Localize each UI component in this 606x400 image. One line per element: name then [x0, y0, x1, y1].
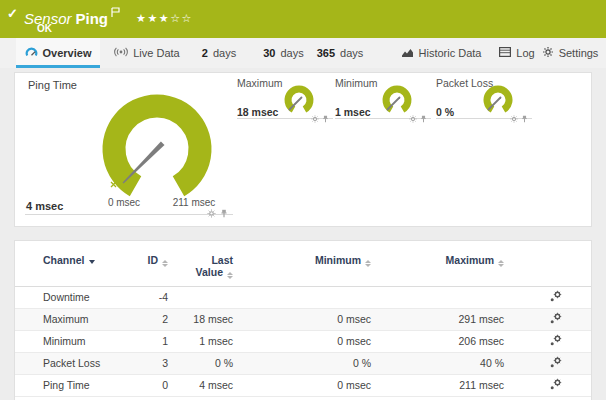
flag-icon[interactable] — [111, 4, 120, 21]
mini-gauge-maximum: Maximum 18 msec — [237, 77, 333, 119]
col-header-id[interactable]: ID — [130, 241, 168, 286]
channel-minimum: 0 msec — [233, 308, 371, 330]
channel-name[interactable]: Packet Loss — [15, 352, 130, 374]
gear-icon — [542, 46, 554, 60]
table-row: Downtime -4 — [15, 286, 591, 308]
log-list-icon — [499, 47, 511, 59]
gauge-icon — [25, 46, 38, 60]
main-gauge-title: Ping Time — [28, 79, 77, 91]
sensor-name: Ping — [76, 10, 109, 27]
tab-bar: Overview Live Data 2 days 30 days 365 da… — [0, 38, 606, 68]
channel-id: -4 — [130, 286, 168, 308]
channel-maximum: 211 msec — [371, 374, 504, 396]
channels-table: Channel ID LastValue Minimum Maximum Dow… — [15, 241, 591, 397]
channel-settings-icon[interactable] — [549, 381, 562, 393]
channel-minimum — [233, 286, 371, 308]
col-header-minimum[interactable]: Minimum — [233, 241, 371, 286]
tab-2-days[interactable]: 2 days — [194, 38, 244, 68]
channel-settings-icon[interactable] — [549, 293, 562, 305]
channel-name[interactable]: Downtime — [15, 286, 130, 308]
channel-maximum: 291 msec — [371, 308, 504, 330]
table-row: Ping Time 0 4 msec 0 msec 211 msec — [15, 374, 591, 396]
table-row: Minimum 1 1 msec 0 msec 206 msec — [15, 330, 591, 352]
sort-icon — [365, 260, 371, 267]
channel-maximum: 206 msec — [371, 330, 504, 352]
channel-id: 0 — [130, 374, 168, 396]
pin-icon[interactable] — [521, 109, 528, 127]
sort-desc-icon — [89, 260, 95, 264]
channel-last-value: 1 msec — [168, 330, 233, 352]
mini-gauge-label: Maximum — [237, 77, 283, 89]
channel-id: 3 — [130, 352, 168, 374]
sensor-status-badge: OK — [37, 23, 52, 34]
pin-icon[interactable] — [420, 109, 427, 127]
sort-icon — [498, 260, 504, 267]
channel-settings-icon[interactable] — [549, 315, 562, 327]
tab-30-days[interactable]: 30 days — [256, 38, 311, 68]
gauge-divider — [25, 214, 233, 215]
channel-name[interactable]: Minimum — [15, 330, 130, 352]
sort-icon — [162, 260, 168, 267]
col-header-maximum[interactable]: Maximum — [371, 241, 504, 286]
channel-minimum: 0 msec — [233, 374, 371, 396]
tab-historic-data[interactable]: Historic Data — [398, 38, 484, 68]
col-header-channel[interactable]: Channel — [15, 241, 130, 286]
channel-last-value: 18 msec — [168, 308, 233, 330]
ping-time-value: 4 msec — [26, 200, 63, 212]
priority-stars[interactable]: ★★★☆☆ — [136, 12, 193, 24]
channels-panel: Channel ID LastValue Minimum Maximum Dow… — [14, 240, 592, 400]
tab-live-data[interactable]: Live Data — [108, 38, 186, 68]
tab-overview[interactable]: Overview — [16, 38, 100, 68]
channel-minimum: 0 % — [233, 352, 371, 374]
channel-minimum: 0 msec — [233, 330, 371, 352]
tab-settings[interactable]: Settings — [538, 38, 602, 68]
sensor-header: ✓ SensorPing★★★☆☆ OK — [0, 0, 606, 38]
broadcast-icon — [114, 47, 128, 59]
mini-gauge-minimum: Minimum 1 msec — [335, 77, 431, 119]
channel-last-value — [168, 286, 233, 308]
channel-settings-icon[interactable] — [549, 359, 562, 371]
channel-gear-icon[interactable] — [510, 109, 518, 127]
mini-gauge-packet-loss: Packet Loss 0 % — [436, 77, 532, 119]
pin-icon[interactable] — [220, 204, 228, 222]
col-header-last-value[interactable]: LastValue — [168, 241, 233, 286]
sort-icon — [227, 272, 233, 279]
mini-gauge-value: 1 msec — [335, 106, 371, 118]
table-row: Packet Loss 3 0 % 0 % 40 % — [15, 352, 591, 374]
channel-maximum — [371, 286, 504, 308]
channel-gear-icon[interactable] — [311, 109, 319, 127]
channel-last-value: 0 % — [168, 352, 233, 374]
gauge-scale-min: 0 msec — [91, 197, 157, 208]
channel-last-value: 4 msec — [168, 374, 233, 396]
tab-log[interactable]: Log — [494, 38, 540, 68]
channel-gear-icon[interactable] — [207, 204, 216, 222]
channel-id: 2 — [130, 308, 168, 330]
ping-time-gauge — [93, 85, 221, 213]
channel-gear-icon[interactable] — [409, 109, 417, 127]
status-check-icon: ✓ — [7, 6, 18, 21]
channel-id: 1 — [130, 330, 168, 352]
channel-maximum: 40 % — [371, 352, 504, 374]
pin-icon[interactable] — [322, 109, 329, 127]
mini-gauge-label: Minimum — [335, 77, 378, 89]
mini-gauge-value: 0 % — [436, 106, 454, 118]
table-row: Maximum 2 18 msec 0 msec 291 msec — [15, 308, 591, 330]
tab-365-days[interactable]: 365 days — [310, 38, 370, 68]
channel-settings-icon[interactable] — [549, 337, 562, 349]
chart-icon — [401, 47, 414, 60]
channel-name[interactable]: Maximum — [15, 308, 130, 330]
channel-name[interactable]: Ping Time — [15, 374, 130, 396]
gauges-panel: Ping Time 0 msec 211 msec 4 msec Maximum… — [14, 72, 592, 227]
mini-gauge-value: 18 msec — [237, 106, 278, 118]
